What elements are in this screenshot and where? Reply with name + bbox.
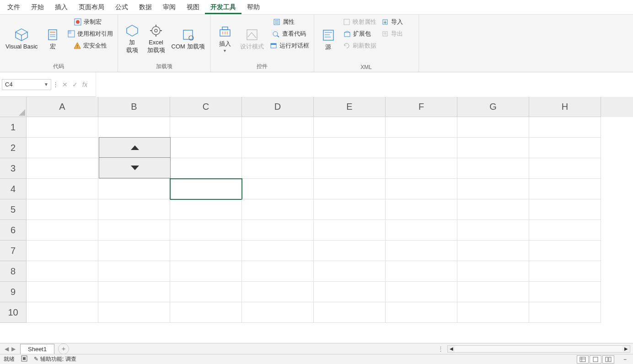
name-box[interactable]: C4 ▼ — [2, 79, 51, 90]
security-icon: ! — [73, 42, 81, 50]
record-icon — [74, 18, 82, 26]
pagelayout-view-button[interactable] — [590, 355, 601, 364]
menu-pagelayout[interactable]: 页面布局 — [73, 0, 110, 14]
import-button[interactable]: 导入 — [379, 16, 416, 27]
ribbon-group-addins: 加 载项 Excel 加载项 COM 加载项 加载项 — [118, 15, 211, 72]
row-header-1[interactable]: 1 — [0, 117, 27, 138]
spin-up-button[interactable] — [99, 138, 170, 158]
macro-icon — [46, 27, 60, 42]
fb-divider: ⋮ — [53, 79, 58, 90]
ribbon-group-xml: 源 映射属性 扩展包 刷新数据 导入 — [314, 15, 419, 72]
sheet-nav: ◀ ▶ — [0, 346, 20, 352]
row-header-6[interactable]: 6 — [0, 220, 27, 241]
macro-record-status-icon[interactable] — [21, 355, 27, 363]
cancel-icon[interactable]: ✕ — [62, 81, 68, 88]
addin-icon — [125, 23, 139, 38]
menu-developer[interactable]: 开发工具 — [205, 0, 241, 14]
com-icon — [181, 27, 195, 42]
props-icon — [273, 18, 281, 26]
refresh-data-button[interactable]: 刷新数据 — [341, 40, 378, 51]
zoom-out-button[interactable]: − — [621, 356, 629, 363]
svg-rect-40 — [344, 32, 350, 37]
row-header-5[interactable]: 5 — [0, 199, 27, 220]
row-header-2[interactable]: 2 — [0, 138, 27, 158]
use-relative-refs-button[interactable]: 使用相对引用 — [65, 28, 115, 39]
spin-down-button[interactable] — [99, 158, 170, 178]
sheet-tab-bar: ◀ ▶ Sheet1 ＋ ⋮ ◀ ▶ — [0, 343, 633, 354]
macros-button[interactable]: 宏 — [42, 16, 64, 61]
menu-insert[interactable]: 插入 — [49, 0, 73, 14]
xml-source-button[interactable]: 源 — [317, 16, 340, 63]
pagebreak-view-button[interactable] — [602, 355, 614, 364]
run-dialog-button[interactable]: 运行对话框 — [268, 40, 311, 51]
properties-button[interactable]: 属性 — [271, 16, 307, 27]
col-header-C[interactable]: C — [170, 97, 242, 117]
triangle-down-icon — [131, 166, 139, 170]
menu-formulas[interactable]: 公式 — [110, 0, 134, 14]
svg-point-31 — [273, 32, 278, 36]
col-header-B[interactable]: B — [98, 97, 170, 117]
accessibility-status[interactable]: ✎辅助功能: 调查 — [34, 355, 76, 363]
menu-data[interactable]: 数据 — [134, 0, 157, 14]
spin-button-control[interactable] — [99, 137, 171, 178]
name-box-dropdown-icon[interactable]: ▼ — [43, 80, 50, 89]
normal-view-button[interactable] — [577, 355, 589, 364]
macro-security-button[interactable]: ! 宏安全性 — [71, 40, 109, 51]
sheet-nav-next-icon[interactable]: ▶ — [11, 346, 16, 352]
addins-button[interactable]: 加 载项 — [121, 16, 144, 61]
scroll-right-icon[interactable]: ▶ — [622, 346, 630, 351]
col-header-H[interactable]: H — [529, 97, 601, 117]
map-properties-button[interactable]: 映射属性 — [341, 16, 378, 27]
col-header-F[interactable]: F — [386, 97, 457, 117]
scroll-left-icon[interactable]: ◀ — [448, 346, 455, 351]
sheet-nav-prev-icon[interactable]: ◀ — [5, 346, 9, 352]
svg-rect-22 — [222, 27, 228, 30]
fx-icon[interactable]: fx — [82, 81, 87, 88]
row-header-3[interactable]: 3 — [0, 158, 27, 179]
select-all-corner[interactable] — [0, 97, 27, 117]
menu-review[interactable]: 审阅 — [157, 0, 181, 14]
com-addins-button[interactable]: COM 加载项 — [169, 16, 208, 61]
menu-view[interactable]: 视图 — [181, 0, 205, 14]
enter-icon[interactable]: ✓ — [72, 81, 78, 88]
cube-icon — [14, 27, 29, 42]
insert-control-button[interactable]: 插入 ▾ — [214, 16, 236, 61]
col-header-G[interactable]: G — [457, 97, 529, 117]
formula-bar: C4 ▼ ⋮ ✕ ✓ fx — [0, 72, 633, 97]
cell-C4[interactable] — [170, 179, 242, 199]
add-sheet-button[interactable]: ＋ — [58, 343, 69, 354]
col-header-A[interactable]: A — [27, 97, 98, 117]
design-mode-button[interactable]: 设计模式 — [237, 16, 267, 61]
cell-reference: C4 — [5, 81, 13, 88]
row-header-9[interactable]: 9 — [0, 282, 27, 302]
view-buttons — [577, 355, 614, 364]
menu-file[interactable]: 文件 — [2, 0, 26, 14]
row-header-8[interactable]: 8 — [0, 261, 27, 282]
svg-rect-50 — [606, 357, 608, 362]
row-header-7[interactable]: 7 — [0, 241, 27, 261]
menu-home[interactable]: 开始 — [26, 0, 49, 14]
group-label-code: 代码 — [3, 61, 115, 72]
cells-area[interactable] — [27, 117, 633, 343]
sheet-tab-sheet1[interactable]: Sheet1 — [20, 344, 54, 354]
record-macro-button[interactable]: 录制宏 — [72, 16, 108, 27]
group-label-controls: 控件 — [214, 61, 311, 72]
spreadsheet-grid: A B C D E F G H 1 2 3 4 5 6 7 8 9 10 — [0, 97, 633, 343]
code-icon — [272, 30, 280, 38]
dialog-icon — [269, 42, 278, 50]
visual-basic-button[interactable]: Visual Basic — [3, 16, 41, 61]
col-header-E[interactable]: E — [314, 97, 386, 117]
svg-rect-35 — [323, 30, 333, 40]
col-header-D[interactable]: D — [242, 97, 314, 117]
export-button[interactable]: 导出 — [379, 28, 416, 39]
excel-addins-button[interactable]: Excel 加载项 — [145, 16, 168, 61]
row-header-4[interactable]: 4 — [0, 179, 27, 199]
menu-help[interactable]: 帮助 — [241, 0, 265, 14]
view-code-button[interactable]: 查看代码 — [270, 28, 308, 39]
formula-input[interactable] — [96, 72, 633, 97]
expansion-pack-button[interactable]: 扩展包 — [341, 28, 378, 39]
svg-rect-51 — [609, 357, 611, 362]
horizontal-scrollbar[interactable]: ◀ ▶ — [447, 345, 630, 353]
tab-split-icon[interactable]: ⋮ — [438, 345, 444, 352]
row-header-10[interactable]: 10 — [0, 302, 27, 323]
